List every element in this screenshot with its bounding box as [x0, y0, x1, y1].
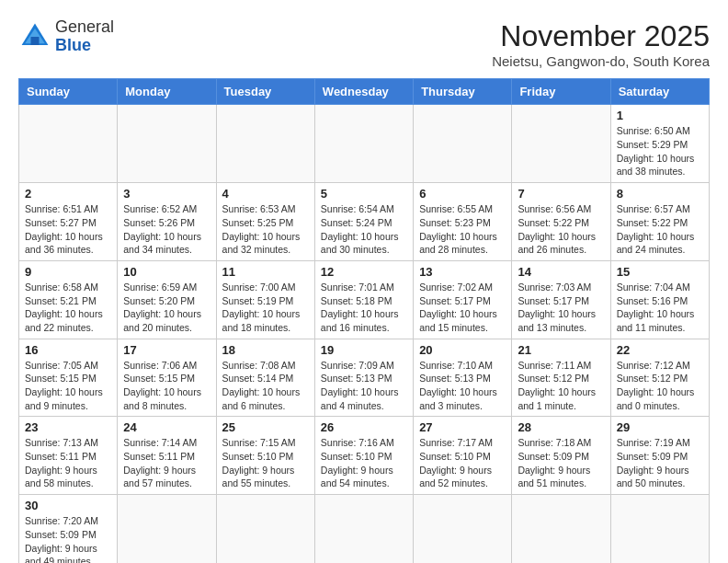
day-number: 19: [321, 343, 407, 357]
weekday-header-thursday: Thursday: [414, 79, 512, 105]
day-number: 22: [617, 343, 703, 357]
calendar-day-cell: 1Sunrise: 6:50 AM Sunset: 5:29 PM Daylig…: [610, 105, 709, 183]
day-number: 25: [222, 420, 309, 434]
calendar-day-cell: [610, 495, 709, 563]
day-info: Sunrise: 7:13 AM Sunset: 5:11 PM Dayligh…: [25, 436, 111, 490]
day-info: Sunrise: 6:55 AM Sunset: 5:23 PM Dayligh…: [419, 202, 506, 257]
calendar-day-cell: 25Sunrise: 7:15 AM Sunset: 5:10 PM Dayli…: [216, 417, 314, 495]
day-info: Sunrise: 7:18 AM Sunset: 5:09 PM Dayligh…: [518, 436, 604, 490]
day-info: Sunrise: 7:15 AM Sunset: 5:10 PM Dayligh…: [222, 436, 309, 490]
calendar-day-cell: 13Sunrise: 7:02 AM Sunset: 5:17 PM Dayli…: [414, 260, 512, 339]
day-info: Sunrise: 7:09 AM Sunset: 5:13 PM Dayligh…: [321, 359, 407, 413]
location: Neietsu, Gangwon-do, South Korea: [492, 53, 710, 69]
day-info: Sunrise: 7:19 AM Sunset: 5:09 PM Dayligh…: [617, 436, 703, 490]
calendar-week-row: 23Sunrise: 7:13 AM Sunset: 5:11 PM Dayli…: [19, 417, 710, 495]
calendar-week-row: 2Sunrise: 6:51 AM Sunset: 5:27 PM Daylig…: [19, 183, 710, 261]
day-info: Sunrise: 6:58 AM Sunset: 5:21 PM Dayligh…: [25, 281, 111, 335]
calendar-day-cell: 22Sunrise: 7:12 AM Sunset: 5:12 PM Dayli…: [610, 339, 709, 417]
day-number: 11: [222, 265, 309, 279]
day-number: 15: [617, 265, 703, 279]
weekday-header-monday: Monday: [118, 79, 216, 105]
day-info: Sunrise: 6:50 AM Sunset: 5:29 PM Dayligh…: [617, 124, 703, 178]
day-number: 26: [321, 420, 407, 434]
day-info: Sunrise: 7:08 AM Sunset: 5:14 PM Dayligh…: [222, 359, 309, 413]
calendar-day-cell: 7Sunrise: 6:56 AM Sunset: 5:22 PM Daylig…: [512, 183, 610, 261]
month-title: November 2025: [492, 18, 710, 53]
svg-rect-2: [31, 37, 40, 45]
weekday-header-wednesday: Wednesday: [314, 79, 413, 105]
calendar-day-cell: 4Sunrise: 6:53 AM Sunset: 5:25 PM Daylig…: [216, 183, 314, 261]
calendar-day-cell: 11Sunrise: 7:00 AM Sunset: 5:19 PM Dayli…: [216, 260, 314, 339]
calendar-day-cell: [216, 495, 314, 563]
logo: General Blue: [18, 18, 114, 55]
day-info: Sunrise: 7:05 AM Sunset: 5:15 PM Dayligh…: [25, 359, 111, 413]
calendar-day-cell: [314, 105, 413, 183]
calendar-day-cell: 30Sunrise: 7:20 AM Sunset: 5:09 PM Dayli…: [19, 495, 118, 563]
calendar-header-row: SundayMondayTuesdayWednesdayThursdayFrid…: [19, 79, 710, 105]
day-number: 8: [617, 187, 703, 201]
calendar-day-cell: [414, 105, 512, 183]
day-info: Sunrise: 7:10 AM Sunset: 5:13 PM Dayligh…: [419, 359, 506, 413]
calendar-day-cell: 24Sunrise: 7:14 AM Sunset: 5:11 PM Dayli…: [118, 417, 216, 495]
day-number: 1: [617, 109, 703, 122]
calendar-day-cell: 2Sunrise: 6:51 AM Sunset: 5:27 PM Daylig…: [19, 183, 118, 261]
day-number: 13: [419, 265, 506, 279]
day-info: Sunrise: 7:17 AM Sunset: 5:10 PM Dayligh…: [419, 436, 506, 490]
logo-text: General Blue: [55, 18, 114, 55]
day-info: Sunrise: 7:04 AM Sunset: 5:16 PM Dayligh…: [617, 281, 703, 335]
calendar-day-cell: [216, 105, 314, 183]
day-info: Sunrise: 6:53 AM Sunset: 5:25 PM Dayligh…: [222, 202, 309, 257]
calendar-table: SundayMondayTuesdayWednesdayThursdayFrid…: [18, 78, 710, 563]
calendar-day-cell: [512, 495, 610, 563]
calendar-day-cell: [512, 105, 610, 183]
weekday-header-sunday: Sunday: [19, 79, 118, 105]
day-number: 3: [123, 187, 210, 201]
calendar-day-cell: 27Sunrise: 7:17 AM Sunset: 5:10 PM Dayli…: [414, 417, 512, 495]
calendar-day-cell: [414, 495, 512, 563]
day-number: 27: [419, 420, 506, 434]
generalblue-logo-icon: [18, 20, 51, 53]
title-block: November 2025 Neietsu, Gangwon-do, South…: [492, 18, 710, 69]
day-info: Sunrise: 6:54 AM Sunset: 5:24 PM Dayligh…: [321, 202, 407, 257]
weekday-header-friday: Friday: [512, 79, 610, 105]
day-number: 20: [419, 343, 506, 357]
day-number: 24: [123, 420, 210, 434]
calendar-day-cell: 29Sunrise: 7:19 AM Sunset: 5:09 PM Dayli…: [610, 417, 709, 495]
calendar-day-cell: 9Sunrise: 6:58 AM Sunset: 5:21 PM Daylig…: [19, 260, 118, 339]
day-number: 5: [321, 187, 407, 201]
day-info: Sunrise: 7:03 AM Sunset: 5:17 PM Dayligh…: [518, 281, 604, 335]
day-number: 30: [25, 499, 111, 512]
calendar-week-row: 30Sunrise: 7:20 AM Sunset: 5:09 PM Dayli…: [19, 495, 710, 563]
calendar-day-cell: 28Sunrise: 7:18 AM Sunset: 5:09 PM Dayli…: [512, 417, 610, 495]
day-info: Sunrise: 7:14 AM Sunset: 5:11 PM Dayligh…: [123, 436, 210, 490]
day-info: Sunrise: 6:51 AM Sunset: 5:27 PM Dayligh…: [25, 202, 111, 257]
calendar-day-cell: 14Sunrise: 7:03 AM Sunset: 5:17 PM Dayli…: [512, 260, 610, 339]
calendar-day-cell: [118, 495, 216, 563]
calendar-week-row: 9Sunrise: 6:58 AM Sunset: 5:21 PM Daylig…: [19, 260, 710, 339]
day-number: 23: [25, 420, 111, 434]
calendar-day-cell: 17Sunrise: 7:06 AM Sunset: 5:15 PM Dayli…: [118, 339, 216, 417]
calendar-week-row: 1Sunrise: 6:50 AM Sunset: 5:29 PM Daylig…: [19, 105, 710, 183]
calendar-day-cell: [19, 105, 118, 183]
day-number: 6: [419, 187, 506, 201]
day-info: Sunrise: 7:01 AM Sunset: 5:18 PM Dayligh…: [321, 281, 407, 335]
calendar-day-cell: [118, 105, 216, 183]
day-number: 18: [222, 343, 309, 357]
day-number: 28: [518, 420, 604, 434]
day-info: Sunrise: 7:06 AM Sunset: 5:15 PM Dayligh…: [123, 359, 210, 413]
calendar-week-row: 16Sunrise: 7:05 AM Sunset: 5:15 PM Dayli…: [19, 339, 710, 417]
calendar-day-cell: 20Sunrise: 7:10 AM Sunset: 5:13 PM Dayli…: [414, 339, 512, 417]
calendar-day-cell: 3Sunrise: 6:52 AM Sunset: 5:26 PM Daylig…: [118, 183, 216, 261]
calendar-day-cell: 6Sunrise: 6:55 AM Sunset: 5:23 PM Daylig…: [414, 183, 512, 261]
day-number: 2: [25, 187, 111, 201]
day-number: 17: [123, 343, 210, 357]
day-number: 14: [518, 265, 604, 279]
page-header: General Blue November 2025 Neietsu, Gang…: [18, 18, 710, 69]
day-number: 21: [518, 343, 604, 357]
weekday-header-saturday: Saturday: [610, 79, 709, 105]
calendar-day-cell: 5Sunrise: 6:54 AM Sunset: 5:24 PM Daylig…: [314, 183, 413, 261]
calendar-day-cell: 16Sunrise: 7:05 AM Sunset: 5:15 PM Dayli…: [19, 339, 118, 417]
day-info: Sunrise: 6:57 AM Sunset: 5:22 PM Dayligh…: [617, 202, 703, 257]
calendar-day-cell: 18Sunrise: 7:08 AM Sunset: 5:14 PM Dayli…: [216, 339, 314, 417]
day-number: 16: [25, 343, 111, 357]
